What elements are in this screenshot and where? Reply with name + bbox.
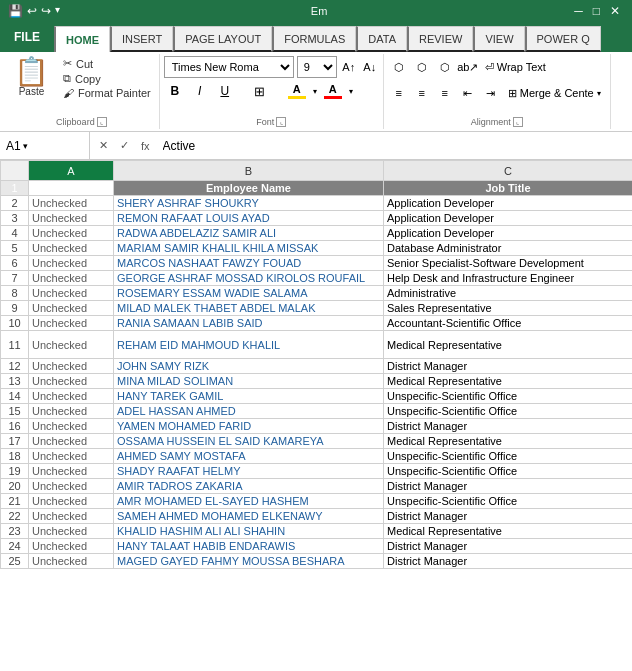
row-num-25[interactable]: 25 bbox=[1, 554, 29, 569]
cell-b6[interactable]: MARCOS NASHAAT FAWZY FOUAD bbox=[114, 256, 384, 271]
col-header-b[interactable]: B bbox=[114, 161, 384, 181]
cell-b4[interactable]: RADWA ABDELAZIZ SAMIR ALI bbox=[114, 226, 384, 241]
insert-function-button[interactable]: fx bbox=[136, 136, 155, 156]
border-button[interactable]: ⊞ bbox=[247, 80, 273, 102]
font-shrink-button[interactable]: A↓ bbox=[361, 56, 379, 78]
row-num-7[interactable]: 7 bbox=[1, 271, 29, 286]
cell-a21[interactable]: Unchecked bbox=[29, 494, 114, 509]
cell-a17[interactable]: Unchecked bbox=[29, 434, 114, 449]
cell-a5[interactable]: Unchecked bbox=[29, 241, 114, 256]
decrease-indent-button[interactable]: ⇤ bbox=[457, 82, 479, 104]
cell-a13[interactable]: Unchecked bbox=[29, 374, 114, 389]
row-num-23[interactable]: 23 bbox=[1, 524, 29, 539]
cell-c9[interactable]: Sales Representative bbox=[384, 301, 633, 316]
cell-a8[interactable]: Unchecked bbox=[29, 286, 114, 301]
fill-color-dropdown[interactable]: ▾ bbox=[313, 87, 317, 96]
row-num-17[interactable]: 17 bbox=[1, 434, 29, 449]
cell-b20[interactable]: AMIR TADROS ZAKARIA bbox=[114, 479, 384, 494]
cell-b25[interactable]: MAGED GAYED FAHMY MOUSSA BESHARA bbox=[114, 554, 384, 569]
cell-c25[interactable]: District Manager bbox=[384, 554, 633, 569]
tab-view[interactable]: VIEW bbox=[473, 26, 524, 52]
font-color-button[interactable]: A bbox=[320, 80, 346, 102]
row-num-9[interactable]: 9 bbox=[1, 301, 29, 316]
row-num-18[interactable]: 18 bbox=[1, 449, 29, 464]
align-top-left-button[interactable]: ⬡ bbox=[388, 56, 410, 78]
row-num-8[interactable]: 8 bbox=[1, 286, 29, 301]
cell-a14[interactable]: Unchecked bbox=[29, 389, 114, 404]
cell-c12[interactable]: District Manager bbox=[384, 359, 633, 374]
tab-insert[interactable]: INSERT bbox=[110, 26, 173, 52]
row-num-16[interactable]: 16 bbox=[1, 419, 29, 434]
cell-c23[interactable]: Medical Representative bbox=[384, 524, 633, 539]
text-angle-button[interactable]: ab↗ bbox=[457, 56, 479, 78]
cell-b8[interactable]: ROSEMARY ESSAM WADIE SALAMA bbox=[114, 286, 384, 301]
cell-c5[interactable]: Database Administrator bbox=[384, 241, 633, 256]
cell-b14[interactable]: HANY TAREK GAMIL bbox=[114, 389, 384, 404]
cell-a10[interactable]: Unchecked bbox=[29, 316, 114, 331]
cell-c22[interactable]: District Manager bbox=[384, 509, 633, 524]
cell-c21[interactable]: Unspecific-Scientific Office bbox=[384, 494, 633, 509]
cancel-formula-button[interactable]: ✕ bbox=[94, 136, 113, 156]
cell-a12[interactable]: Unchecked bbox=[29, 359, 114, 374]
tab-review[interactable]: REVIEW bbox=[407, 26, 473, 52]
align-top-right-button[interactable]: ⬡ bbox=[434, 56, 456, 78]
cell-c14[interactable]: Unspecific-Scientific Office bbox=[384, 389, 633, 404]
cell-c6[interactable]: Senior Specialist-Software Development bbox=[384, 256, 633, 271]
cell-c16[interactable]: District Manager bbox=[384, 419, 633, 434]
cell-a24[interactable]: Unchecked bbox=[29, 539, 114, 554]
cell-ref-dropdown[interactable]: ▾ bbox=[23, 141, 28, 151]
font-color-dropdown[interactable]: ▾ bbox=[349, 87, 353, 96]
cell-c3[interactable]: Application Developer bbox=[384, 211, 633, 226]
cell-a7[interactable]: Unchecked bbox=[29, 271, 114, 286]
cell-c2[interactable]: Application Developer bbox=[384, 196, 633, 211]
format-painter-button[interactable]: 🖌 Format Painter bbox=[59, 86, 155, 100]
row-num-24[interactable]: 24 bbox=[1, 539, 29, 554]
cell-a15[interactable]: Unchecked bbox=[29, 404, 114, 419]
align-top-center-button[interactable]: ⬡ bbox=[411, 56, 433, 78]
cell-a16[interactable]: Unchecked bbox=[29, 419, 114, 434]
align-right-button[interactable]: ≡ bbox=[434, 82, 456, 104]
row-num-19[interactable]: 19 bbox=[1, 464, 29, 479]
cell-b23[interactable]: KHALID HASHIM ALI ALI SHAHIN bbox=[114, 524, 384, 539]
cell-b5[interactable]: MARIAM SAMIR KHALIL KHILA MISSAK bbox=[114, 241, 384, 256]
row-num-12[interactable]: 12 bbox=[1, 359, 29, 374]
row-num-10[interactable]: 10 bbox=[1, 316, 29, 331]
confirm-formula-button[interactable]: ✓ bbox=[115, 136, 134, 156]
tab-page-layout[interactable]: PAGE LAYOUT bbox=[173, 26, 272, 52]
cell-c1[interactable]: Job Title bbox=[384, 181, 633, 196]
underline-button[interactable]: U bbox=[214, 80, 236, 102]
row-num-6[interactable]: 6 bbox=[1, 256, 29, 271]
cell-a2[interactable]: Unchecked bbox=[29, 196, 114, 211]
row-num-21[interactable]: 21 bbox=[1, 494, 29, 509]
cell-c19[interactable]: Unspecific-Scientific Office bbox=[384, 464, 633, 479]
align-center-button[interactable]: ≡ bbox=[411, 82, 433, 104]
row-num-4[interactable]: 4 bbox=[1, 226, 29, 241]
cut-button[interactable]: ✂ Cut bbox=[59, 56, 155, 71]
bold-button[interactable]: B bbox=[164, 80, 186, 102]
cell-a22[interactable]: Unchecked bbox=[29, 509, 114, 524]
row-num-3[interactable]: 3 bbox=[1, 211, 29, 226]
cell-b12[interactable]: JOHN SAMY RIZK bbox=[114, 359, 384, 374]
formula-input[interactable] bbox=[159, 139, 632, 153]
cell-c20[interactable]: District Manager bbox=[384, 479, 633, 494]
cell-b16[interactable]: YAMEN MOHAMED FARID bbox=[114, 419, 384, 434]
cell-c24[interactable]: District Manager bbox=[384, 539, 633, 554]
row-num-1[interactable]: 1 bbox=[1, 181, 29, 196]
alignment-expand-icon[interactable]: ⌞ bbox=[513, 117, 523, 127]
row-num-22[interactable]: 22 bbox=[1, 509, 29, 524]
italic-button[interactable]: I bbox=[189, 80, 211, 102]
paste-button[interactable]: 📋 Paste bbox=[8, 56, 55, 115]
cell-a4[interactable]: Unchecked bbox=[29, 226, 114, 241]
cell-b9[interactable]: MILAD MALEK THABET ABDEL MALAK bbox=[114, 301, 384, 316]
row-num-11[interactable]: 11 bbox=[1, 331, 29, 359]
merge-dropdown[interactable]: ▾ bbox=[597, 89, 601, 98]
cell-a3[interactable]: Unchecked bbox=[29, 211, 114, 226]
cell-b1[interactable]: Employee Name bbox=[114, 181, 384, 196]
cell-b11[interactable]: REHAM EID MAHMOUD KHALIL bbox=[114, 331, 384, 359]
tab-formulas[interactable]: FORMULAS bbox=[272, 26, 356, 52]
fill-color-button[interactable]: A bbox=[284, 80, 310, 102]
cell-a25[interactable]: Unchecked bbox=[29, 554, 114, 569]
merge-cells-button[interactable]: ⊞ Merge & Cente ▾ bbox=[503, 82, 606, 104]
wrap-text-button[interactable]: ⏎ Wrap Text bbox=[480, 56, 551, 78]
row-num-13[interactable]: 13 bbox=[1, 374, 29, 389]
